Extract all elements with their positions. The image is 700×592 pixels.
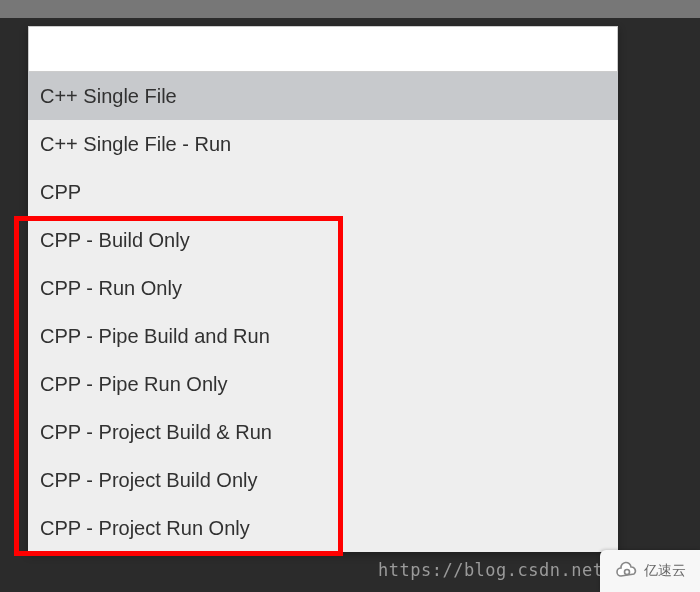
list-item[interactable]: CPP - Project Build & Run (28, 408, 618, 456)
list-item[interactable]: CPP (28, 168, 618, 216)
list-item-label: CPP (40, 181, 81, 204)
list-item[interactable]: C++ Single File (28, 72, 618, 120)
search-input[interactable] (28, 26, 618, 72)
list-item[interactable]: CPP - Build Only (28, 216, 618, 264)
list-item-label: CPP - Project Run Only (40, 517, 250, 540)
list-item[interactable]: CPP - Pipe Run Only (28, 360, 618, 408)
build-system-dropdown: C++ Single FileC++ Single File - RunCPPC… (28, 26, 618, 552)
list-item-label: CPP - Pipe Run Only (40, 373, 228, 396)
brand-badge: 亿速云 (600, 550, 700, 592)
watermark-url: https://blog.csdn.net/ (378, 560, 614, 580)
brand-text: 亿速云 (644, 562, 686, 580)
list-item[interactable]: CPP - Pipe Build and Run (28, 312, 618, 360)
list-item[interactable]: CPP - Run Only (28, 264, 618, 312)
list-item-label: CPP - Project Build Only (40, 469, 258, 492)
list-item-label: C++ Single File - Run (40, 133, 231, 156)
list-item-label: CPP - Project Build & Run (40, 421, 272, 444)
cloud-icon (614, 561, 640, 581)
list-item-label: CPP - Pipe Build and Run (40, 325, 270, 348)
window-titlebar (0, 0, 700, 18)
list-item-label: CPP - Run Only (40, 277, 182, 300)
list-item-label: CPP - Build Only (40, 229, 190, 252)
list-item-label: C++ Single File (40, 85, 177, 108)
list-item[interactable]: C++ Single File - Run (28, 120, 618, 168)
list-item[interactable]: CPP - Project Run Only (28, 504, 618, 552)
list-item[interactable]: CPP - Project Build Only (28, 456, 618, 504)
